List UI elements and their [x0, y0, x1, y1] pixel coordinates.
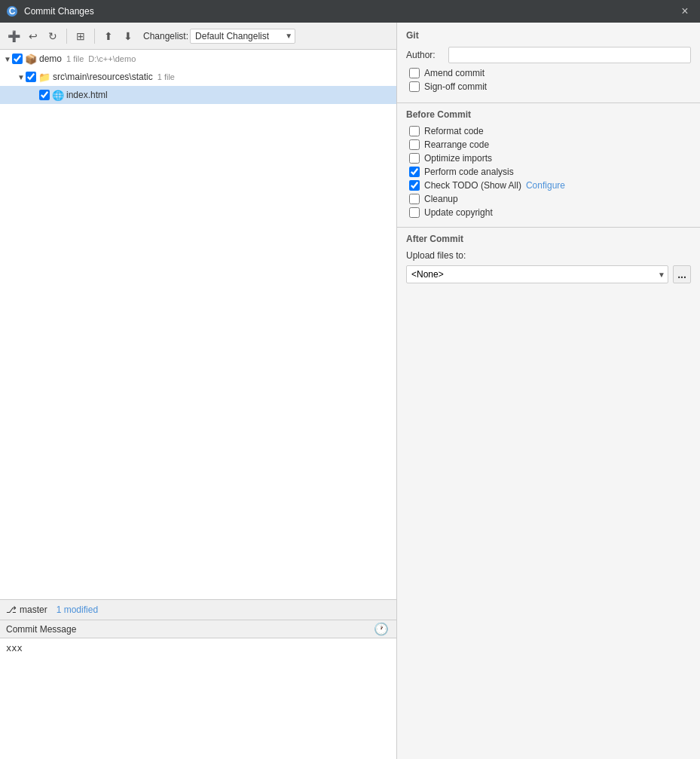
modified-count[interactable]: 1 modified: [57, 604, 98, 615]
before-commit-section: Before Commit Reformat code Rearrange co…: [397, 103, 700, 228]
cleanup-label: Cleanup: [424, 194, 458, 204]
checkbox-src[interactable]: [26, 72, 36, 82]
signoff-row: Sign-off commit: [406, 81, 691, 92]
rearrange-label: Rearrange code: [424, 139, 489, 150]
branch-info: ⎇ master: [6, 604, 47, 615]
todo-row: Check TODO (Show All) Configure: [406, 180, 691, 191]
right-panel: Git Author: Amend commit Sign-off commit…: [397, 23, 700, 759]
commit-message-label: Commit Message: [6, 624, 76, 635]
upload-label: Upload files to:: [406, 250, 466, 261]
commit-message-input[interactable]: xxx: [0, 638, 396, 759]
git-section: Git Author: Amend commit Sign-off commit: [397, 23, 700, 103]
expand-button[interactable]: ⬆: [99, 27, 118, 45]
after-commit-section: After Commit Upload files to: <None> ▼ .…: [397, 228, 700, 759]
changelist-dropdown[interactable]: Default Changelist: [190, 29, 295, 44]
analyze-checkbox[interactable]: [409, 167, 420, 177]
todo-label: Check TODO (Show All): [424, 180, 521, 191]
author-row: Author:: [406, 47, 691, 63]
file-tree: ▼ 📦 demo 1 file D:\c++\demo ▼ 📁 src\main…: [0, 50, 396, 599]
tree-item-index[interactable]: 🌐 index.html: [0, 86, 396, 104]
copyright-checkbox[interactable]: [409, 207, 420, 218]
tree-label-src: src\main\resources\static: [53, 72, 153, 82]
reformat-row: Reformat code: [406, 126, 691, 136]
reformat-label: Reformat code: [424, 126, 484, 136]
svg-text:C: C: [9, 6, 16, 17]
tree-item-demo[interactable]: ▼ 📦 demo 1 file D:\c++\demo: [0, 50, 396, 68]
refresh-button[interactable]: ↻: [44, 27, 62, 45]
tree-label-demo: demo: [39, 54, 62, 64]
optimize-label: Optimize imports: [424, 153, 492, 164]
signoff-label: Sign-off commit: [424, 81, 487, 92]
amend-commit-checkbox[interactable]: [409, 68, 420, 78]
optimize-row: Optimize imports: [406, 153, 691, 164]
folder-icon: 📁: [38, 72, 50, 83]
close-button[interactable]: ×: [676, 2, 694, 20]
collapse-button[interactable]: ⬇: [119, 27, 137, 45]
tree-meta-demo: 1 file: [66, 54, 84, 63]
tree-meta-src: 1 file: [157, 72, 175, 81]
commit-message-section: Commit Message 🕐 xxx: [0, 620, 396, 759]
author-label: Author:: [406, 50, 442, 60]
status-bar: ⎇ master 1 modified: [0, 599, 396, 620]
after-commit-label: After Commit: [406, 234, 691, 244]
upload-dropdown-wrapper: <None> ▼: [406, 265, 668, 283]
module-icon: 📦: [25, 54, 37, 65]
copyright-row: Update copyright: [406, 207, 691, 218]
collapse-arrow-src[interactable]: ▼: [17, 72, 26, 81]
add-button[interactable]: ➕: [5, 27, 23, 45]
rearrange-checkbox[interactable]: [409, 139, 420, 150]
copyright-label: Update copyright: [424, 207, 493, 218]
checkbox-demo[interactable]: [12, 54, 23, 64]
toolbar: ➕ ↩ ↻ ⊞ ⬆ ⬇ Changelist: Default Changeli…: [0, 23, 396, 50]
git-section-label: Git: [406, 30, 691, 41]
group-button[interactable]: ⊞: [72, 27, 90, 45]
branch-name: master: [20, 604, 47, 615]
upload-row: <None> ▼ ...: [406, 265, 691, 283]
changelist-label: Changelist:: [143, 31, 188, 41]
upload-dropdown[interactable]: <None>: [406, 265, 668, 283]
html-icon: 🌐: [52, 90, 64, 101]
signoff-checkbox[interactable]: [409, 81, 420, 92]
checkbox-index[interactable]: [39, 90, 50, 100]
analyze-label: Perform code analysis: [424, 167, 514, 177]
upload-dots-button[interactable]: ...: [673, 265, 691, 283]
undo-button[interactable]: ↩: [24, 27, 42, 45]
configure-link[interactable]: Configure: [526, 180, 565, 191]
tree-label-index: index.html: [66, 90, 108, 100]
tree-item-src[interactable]: ▼ 📁 src\main\resources\static 1 file: [0, 68, 396, 86]
app-icon: C: [6, 5, 18, 17]
author-input[interactable]: [448, 47, 691, 63]
window-title: Commit Changes: [24, 6, 670, 17]
separator-1: [66, 29, 67, 44]
tree-path-demo: D:\c++\demo: [88, 54, 136, 63]
amend-commit-label: Amend commit: [424, 68, 484, 78]
commit-message-header: Commit Message 🕐: [0, 620, 396, 638]
collapse-arrow-demo[interactable]: ▼: [3, 54, 12, 63]
analyze-row: Perform code analysis: [406, 167, 691, 177]
title-bar: C Commit Changes ×: [0, 0, 700, 23]
rearrange-row: Rearrange code: [406, 139, 691, 150]
branch-icon: ⎇: [6, 604, 17, 615]
before-commit-label: Before Commit: [406, 109, 691, 120]
reformat-checkbox[interactable]: [409, 126, 420, 136]
left-panel: ➕ ↩ ↻ ⊞ ⬆ ⬇ Changelist: Default Changeli…: [0, 23, 397, 759]
optimize-checkbox[interactable]: [409, 153, 420, 164]
amend-commit-row: Amend commit: [406, 68, 691, 78]
todo-checkbox[interactable]: [409, 180, 420, 191]
history-button[interactable]: 🕐: [372, 620, 390, 638]
cleanup-row: Cleanup: [406, 194, 691, 204]
main-container: ➕ ↩ ↻ ⊞ ⬆ ⬇ Changelist: Default Changeli…: [0, 23, 700, 759]
changelist-wrapper: Default Changelist ▼: [190, 29, 295, 44]
separator-2: [94, 29, 95, 44]
cleanup-checkbox[interactable]: [409, 194, 420, 204]
